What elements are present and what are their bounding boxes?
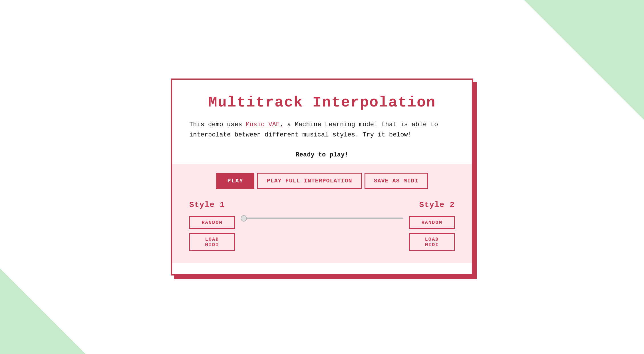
bg-triangle-right	[524, 0, 644, 120]
play-full-interpolation-button[interactable]: PLAY FULL INTERPOLATION	[257, 173, 361, 189]
save-as-midi-button[interactable]: SAVE AS MIDI	[365, 173, 428, 189]
style2-section: Style 2 RANDOM LOAD MIDI	[409, 200, 455, 251]
play-button[interactable]: PLAY	[216, 173, 254, 189]
page-title: Multitrack Interpolation	[189, 94, 455, 111]
description-part1: This demo uses	[189, 121, 246, 128]
slider-track	[241, 218, 403, 219]
style1-random-button[interactable]: RANDOM	[189, 216, 235, 229]
slider-thumb[interactable]	[241, 215, 247, 222]
bg-triangle-bottom-left	[0, 268, 86, 354]
style1-load-midi-button[interactable]: LOAD MIDI	[189, 233, 235, 251]
style2-random-button[interactable]: RANDOM	[409, 216, 455, 229]
style1-section: Style 1 RANDOM LOAD MIDI	[189, 200, 235, 251]
description-text: This demo uses Music VAE, a Machine Lear…	[189, 120, 455, 140]
style1-label: Style 1	[189, 200, 235, 209]
slider-container	[241, 200, 403, 219]
ready-section: Ready to play!	[172, 151, 472, 164]
ready-text: Ready to play!	[189, 151, 455, 158]
main-card: Multitrack Interpolation This demo uses …	[171, 79, 473, 275]
card-header: Multitrack Interpolation This demo uses …	[172, 80, 472, 151]
style2-label: Style 2	[419, 200, 455, 209]
music-vae-link[interactable]: Music VAE	[246, 121, 280, 128]
control-area: PLAY PLAY FULL INTERPOLATION SAVE AS MID…	[172, 164, 472, 263]
style2-load-midi-button[interactable]: LOAD MIDI	[409, 233, 455, 251]
styles-row: Style 1 RANDOM LOAD MIDI Style 2 RANDOM …	[189, 200, 455, 251]
buttons-row: PLAY PLAY FULL INTERPOLATION SAVE AS MID…	[189, 173, 455, 189]
card-wrapper: Multitrack Interpolation This demo uses …	[171, 79, 473, 275]
